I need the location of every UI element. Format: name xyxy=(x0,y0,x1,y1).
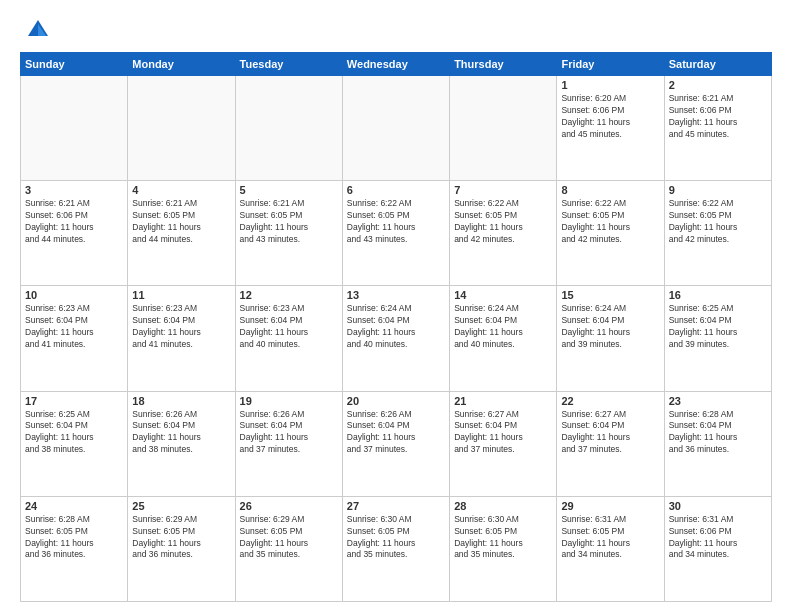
calendar-week-row: 1Sunrise: 6:20 AMSunset: 6:06 PMDaylight… xyxy=(21,76,772,181)
calendar-day-cell: 22Sunrise: 6:27 AMSunset: 6:04 PMDayligh… xyxy=(557,391,664,496)
day-info: Sunrise: 6:24 AMSunset: 6:04 PMDaylight:… xyxy=(561,303,659,351)
calendar-day-cell: 25Sunrise: 6:29 AMSunset: 6:05 PMDayligh… xyxy=(128,496,235,601)
day-number: 25 xyxy=(132,500,230,512)
day-number: 26 xyxy=(240,500,338,512)
day-info: Sunrise: 6:29 AMSunset: 6:05 PMDaylight:… xyxy=(240,514,338,562)
weekday-header: Thursday xyxy=(450,53,557,76)
calendar-day-cell: 17Sunrise: 6:25 AMSunset: 6:04 PMDayligh… xyxy=(21,391,128,496)
day-info: Sunrise: 6:28 AMSunset: 6:05 PMDaylight:… xyxy=(25,514,123,562)
weekday-header: Wednesday xyxy=(342,53,449,76)
day-info: Sunrise: 6:22 AMSunset: 6:05 PMDaylight:… xyxy=(454,198,552,246)
day-info: Sunrise: 6:28 AMSunset: 6:04 PMDaylight:… xyxy=(669,409,767,457)
day-info: Sunrise: 6:27 AMSunset: 6:04 PMDaylight:… xyxy=(454,409,552,457)
day-number: 15 xyxy=(561,289,659,301)
calendar-week-row: 3Sunrise: 6:21 AMSunset: 6:06 PMDaylight… xyxy=(21,181,772,286)
day-number: 17 xyxy=(25,395,123,407)
calendar-day-cell: 20Sunrise: 6:26 AMSunset: 6:04 PMDayligh… xyxy=(342,391,449,496)
calendar-header-row: SundayMondayTuesdayWednesdayThursdayFrid… xyxy=(21,53,772,76)
day-info: Sunrise: 6:25 AMSunset: 6:04 PMDaylight:… xyxy=(669,303,767,351)
day-number: 3 xyxy=(25,184,123,196)
calendar-day-cell: 27Sunrise: 6:30 AMSunset: 6:05 PMDayligh… xyxy=(342,496,449,601)
calendar-day-cell: 16Sunrise: 6:25 AMSunset: 6:04 PMDayligh… xyxy=(664,286,771,391)
day-info: Sunrise: 6:29 AMSunset: 6:05 PMDaylight:… xyxy=(132,514,230,562)
day-number: 21 xyxy=(454,395,552,407)
day-number: 4 xyxy=(132,184,230,196)
calendar-day-cell: 4Sunrise: 6:21 AMSunset: 6:05 PMDaylight… xyxy=(128,181,235,286)
logo-icon xyxy=(24,16,52,44)
calendar-day-cell: 7Sunrise: 6:22 AMSunset: 6:05 PMDaylight… xyxy=(450,181,557,286)
day-info: Sunrise: 6:23 AMSunset: 6:04 PMDaylight:… xyxy=(240,303,338,351)
day-number: 7 xyxy=(454,184,552,196)
day-number: 13 xyxy=(347,289,445,301)
header xyxy=(20,16,772,44)
day-info: Sunrise: 6:24 AMSunset: 6:04 PMDaylight:… xyxy=(454,303,552,351)
day-info: Sunrise: 6:26 AMSunset: 6:04 PMDaylight:… xyxy=(347,409,445,457)
day-info: Sunrise: 6:21 AMSunset: 6:06 PMDaylight:… xyxy=(25,198,123,246)
weekday-header: Sunday xyxy=(21,53,128,76)
day-info: Sunrise: 6:21 AMSunset: 6:05 PMDaylight:… xyxy=(240,198,338,246)
weekday-header: Tuesday xyxy=(235,53,342,76)
day-number: 10 xyxy=(25,289,123,301)
day-number: 5 xyxy=(240,184,338,196)
calendar-week-row: 10Sunrise: 6:23 AMSunset: 6:04 PMDayligh… xyxy=(21,286,772,391)
day-number: 27 xyxy=(347,500,445,512)
calendar-day-cell xyxy=(342,76,449,181)
weekday-header: Friday xyxy=(557,53,664,76)
day-info: Sunrise: 6:25 AMSunset: 6:04 PMDaylight:… xyxy=(25,409,123,457)
calendar-day-cell: 8Sunrise: 6:22 AMSunset: 6:05 PMDaylight… xyxy=(557,181,664,286)
calendar-day-cell: 14Sunrise: 6:24 AMSunset: 6:04 PMDayligh… xyxy=(450,286,557,391)
day-number: 20 xyxy=(347,395,445,407)
day-info: Sunrise: 6:31 AMSunset: 6:05 PMDaylight:… xyxy=(561,514,659,562)
day-info: Sunrise: 6:21 AMSunset: 6:06 PMDaylight:… xyxy=(669,93,767,141)
calendar-day-cell: 26Sunrise: 6:29 AMSunset: 6:05 PMDayligh… xyxy=(235,496,342,601)
calendar-day-cell: 30Sunrise: 6:31 AMSunset: 6:06 PMDayligh… xyxy=(664,496,771,601)
calendar-day-cell: 5Sunrise: 6:21 AMSunset: 6:05 PMDaylight… xyxy=(235,181,342,286)
day-number: 19 xyxy=(240,395,338,407)
calendar-day-cell: 18Sunrise: 6:26 AMSunset: 6:04 PMDayligh… xyxy=(128,391,235,496)
day-info: Sunrise: 6:20 AMSunset: 6:06 PMDaylight:… xyxy=(561,93,659,141)
calendar-day-cell: 3Sunrise: 6:21 AMSunset: 6:06 PMDaylight… xyxy=(21,181,128,286)
calendar-day-cell: 15Sunrise: 6:24 AMSunset: 6:04 PMDayligh… xyxy=(557,286,664,391)
day-number: 2 xyxy=(669,79,767,91)
calendar-day-cell: 24Sunrise: 6:28 AMSunset: 6:05 PMDayligh… xyxy=(21,496,128,601)
calendar-day-cell: 1Sunrise: 6:20 AMSunset: 6:06 PMDaylight… xyxy=(557,76,664,181)
day-info: Sunrise: 6:26 AMSunset: 6:04 PMDaylight:… xyxy=(132,409,230,457)
calendar-day-cell xyxy=(128,76,235,181)
day-info: Sunrise: 6:22 AMSunset: 6:05 PMDaylight:… xyxy=(561,198,659,246)
weekday-header: Saturday xyxy=(664,53,771,76)
calendar-day-cell xyxy=(21,76,128,181)
day-info: Sunrise: 6:23 AMSunset: 6:04 PMDaylight:… xyxy=(25,303,123,351)
calendar-day-cell xyxy=(235,76,342,181)
day-number: 12 xyxy=(240,289,338,301)
day-info: Sunrise: 6:30 AMSunset: 6:05 PMDaylight:… xyxy=(347,514,445,562)
calendar-week-row: 24Sunrise: 6:28 AMSunset: 6:05 PMDayligh… xyxy=(21,496,772,601)
calendar-table: SundayMondayTuesdayWednesdayThursdayFrid… xyxy=(20,52,772,602)
day-number: 28 xyxy=(454,500,552,512)
day-number: 9 xyxy=(669,184,767,196)
weekday-header: Monday xyxy=(128,53,235,76)
calendar-day-cell: 6Sunrise: 6:22 AMSunset: 6:05 PMDaylight… xyxy=(342,181,449,286)
calendar-day-cell: 28Sunrise: 6:30 AMSunset: 6:05 PMDayligh… xyxy=(450,496,557,601)
day-number: 22 xyxy=(561,395,659,407)
day-number: 14 xyxy=(454,289,552,301)
day-info: Sunrise: 6:27 AMSunset: 6:04 PMDaylight:… xyxy=(561,409,659,457)
calendar-day-cell: 13Sunrise: 6:24 AMSunset: 6:04 PMDayligh… xyxy=(342,286,449,391)
calendar-day-cell: 2Sunrise: 6:21 AMSunset: 6:06 PMDaylight… xyxy=(664,76,771,181)
calendar-day-cell: 19Sunrise: 6:26 AMSunset: 6:04 PMDayligh… xyxy=(235,391,342,496)
day-info: Sunrise: 6:23 AMSunset: 6:04 PMDaylight:… xyxy=(132,303,230,351)
calendar-day-cell: 23Sunrise: 6:28 AMSunset: 6:04 PMDayligh… xyxy=(664,391,771,496)
day-number: 29 xyxy=(561,500,659,512)
day-number: 18 xyxy=(132,395,230,407)
calendar-day-cell xyxy=(450,76,557,181)
day-number: 16 xyxy=(669,289,767,301)
day-info: Sunrise: 6:22 AMSunset: 6:05 PMDaylight:… xyxy=(347,198,445,246)
day-number: 6 xyxy=(347,184,445,196)
calendar-week-row: 17Sunrise: 6:25 AMSunset: 6:04 PMDayligh… xyxy=(21,391,772,496)
calendar-day-cell: 11Sunrise: 6:23 AMSunset: 6:04 PMDayligh… xyxy=(128,286,235,391)
day-info: Sunrise: 6:22 AMSunset: 6:05 PMDaylight:… xyxy=(669,198,767,246)
day-number: 8 xyxy=(561,184,659,196)
day-info: Sunrise: 6:26 AMSunset: 6:04 PMDaylight:… xyxy=(240,409,338,457)
day-number: 24 xyxy=(25,500,123,512)
day-info: Sunrise: 6:31 AMSunset: 6:06 PMDaylight:… xyxy=(669,514,767,562)
calendar-day-cell: 9Sunrise: 6:22 AMSunset: 6:05 PMDaylight… xyxy=(664,181,771,286)
